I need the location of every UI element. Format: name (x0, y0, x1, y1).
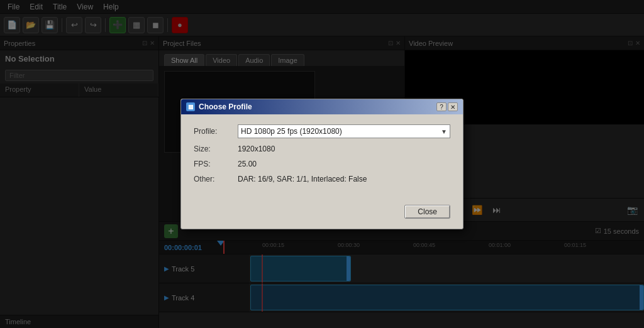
choose-profile-dialog: ▦ Choose Profile ? ✕ Profile: HD 1080p 2… (180, 99, 464, 229)
modal-other-value: DAR: 16/9, SAR: 1/1, Interlaced: False (238, 175, 367, 183)
modal-title: Choose Profile (199, 102, 252, 111)
modal-close-titlebar-button[interactable]: ✕ (448, 102, 458, 111)
modal-size-value: 1920x1080 (238, 145, 275, 153)
modal-other-row: Other: DAR: 16/9, SAR: 1/1, Interlaced: … (194, 175, 450, 183)
modal-select-arrow-icon: ▼ (441, 128, 447, 135)
modal-fps-value: 25.00 (238, 160, 257, 168)
modal-titlebar: ▦ Choose Profile ? ✕ (181, 99, 463, 114)
modal-help-button[interactable]: ? (436, 102, 447, 111)
modal-profile-select[interactable]: HD 1080p 25 fps (1920x1080) ▼ (238, 124, 450, 138)
modal-footer: Close (181, 200, 463, 229)
modal-other-label: Other: (194, 175, 238, 183)
modal-titlebar-buttons: ? ✕ (436, 102, 458, 111)
modal-profile-row: Profile: HD 1080p 25 fps (1920x1080) ▼ (194, 124, 450, 138)
modal-overlay: ▦ Choose Profile ? ✕ Profile: HD 1080p 2… (0, 0, 644, 328)
modal-close-button[interactable]: Close (404, 205, 450, 219)
modal-size-row: Size: 1920x1080 (194, 145, 450, 153)
modal-title-icon: ▦ (186, 102, 195, 111)
modal-fps-label: FPS: (194, 160, 238, 168)
modal-profile-label: Profile: (194, 127, 238, 136)
modal-fps-row: FPS: 25.00 (194, 160, 450, 168)
modal-profile-value: HD 1080p 25 fps (1920x1080) (241, 127, 342, 136)
modal-size-label: Size: (194, 145, 238, 153)
modal-body: Profile: HD 1080p 25 fps (1920x1080) ▼ S… (181, 114, 463, 200)
modal-title-left: ▦ Choose Profile (186, 102, 252, 111)
